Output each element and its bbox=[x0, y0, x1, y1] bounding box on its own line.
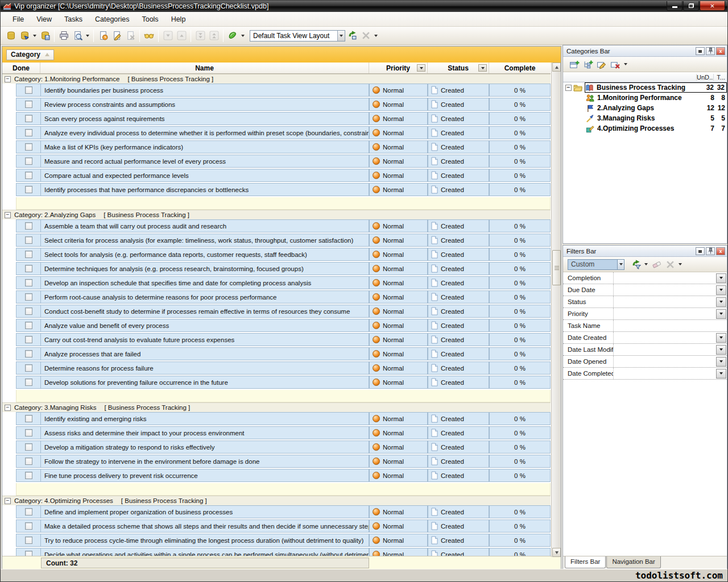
collapse-icon[interactable]: − bbox=[5, 76, 11, 82]
category-group-header[interactable]: − Category: 1.Monitoring Performance [ B… bbox=[2, 74, 551, 84]
tree-item[interactable]: 4.Optimizing Processes 7 7 bbox=[563, 123, 727, 134]
task-row[interactable]: Try to reduce process cycle-time through… bbox=[2, 534, 551, 547]
task-row[interactable]: Develop a mitigation strategy to respond… bbox=[2, 440, 551, 454]
filters-close-icon[interactable]: x bbox=[716, 247, 725, 255]
edit-task-icon[interactable] bbox=[110, 30, 123, 42]
done-checkbox[interactable] bbox=[25, 322, 32, 329]
done-checkbox[interactable] bbox=[25, 336, 32, 343]
apply-layout-icon[interactable] bbox=[346, 30, 358, 42]
done-checkbox[interactable] bbox=[25, 236, 32, 244]
tab-filters-bar[interactable]: Filters Bar bbox=[565, 556, 606, 568]
filter-value-field[interactable] bbox=[613, 272, 715, 284]
menu-help[interactable]: Help bbox=[165, 13, 192, 26]
collapse-icon[interactable]: − bbox=[5, 212, 11, 218]
filter-value-field[interactable] bbox=[613, 368, 715, 379]
task-row[interactable]: Perform root-cause analysis to determine… bbox=[2, 290, 551, 304]
done-checkbox[interactable] bbox=[25, 508, 32, 516]
column-header-complete[interactable]: Complete bbox=[489, 63, 551, 73]
category-group-header[interactable]: − Category: 3.Managing Risks [ Business … bbox=[2, 402, 551, 412]
close-button[interactable]: ✕ bbox=[700, 1, 725, 11]
view-tasks-icon[interactable] bbox=[143, 30, 155, 42]
print-preview-icon[interactable] bbox=[71, 30, 84, 42]
column-header-priority[interactable]: Priority bbox=[369, 63, 428, 73]
task-row[interactable]: Fine tune process delivery to prevent ri… bbox=[2, 469, 551, 482]
done-checkbox[interactable] bbox=[25, 364, 32, 372]
done-checkbox[interactable] bbox=[25, 429, 32, 436]
task-row[interactable]: Define and implement proper organization… bbox=[2, 505, 551, 518]
task-row[interactable]: Review process constraints and assumptio… bbox=[2, 98, 551, 111]
categories-close-icon[interactable]: x bbox=[716, 47, 725, 55]
filters-toolbar-overflow-icon[interactable] bbox=[679, 263, 682, 265]
scrollbar-thumb[interactable] bbox=[552, 250, 561, 285]
menu-tasks[interactable]: Tasks bbox=[58, 13, 89, 26]
done-checkbox[interactable] bbox=[25, 115, 32, 122]
task-row[interactable]: Make a detailed process scheme that show… bbox=[2, 519, 551, 533]
category-group-header[interactable]: − Category: 4.Optimizing Processes [ Bus… bbox=[2, 496, 551, 505]
edit-category-icon[interactable] bbox=[595, 58, 608, 70]
done-checkbox[interactable] bbox=[25, 522, 32, 530]
status-filter-button[interactable] bbox=[478, 64, 487, 72]
task-row[interactable]: Carry out cost-trend analysis to evaluat… bbox=[2, 333, 551, 346]
filter-value-field[interactable] bbox=[613, 356, 715, 367]
done-checkbox[interactable] bbox=[25, 307, 32, 315]
filter-dropdown-icon[interactable] bbox=[716, 285, 726, 295]
filters-pin-icon[interactable] bbox=[706, 247, 715, 255]
layout-combo[interactable]: Default Task View Layout bbox=[250, 30, 345, 41]
filter-value-field[interactable] bbox=[613, 344, 715, 355]
done-checkbox[interactable] bbox=[25, 186, 32, 193]
filter-dropdown-icon[interactable] bbox=[716, 297, 726, 307]
category-group-header[interactable]: − Category: 2.Analyzing Gaps [ Business … bbox=[2, 210, 551, 219]
tree-item[interactable]: − Business Process Tracking 32 32 bbox=[563, 82, 727, 93]
task-row[interactable]: Measure and record actual performance le… bbox=[2, 155, 551, 168]
group-by-category-button[interactable]: Category bbox=[6, 49, 54, 60]
apply-filter-icon[interactable] bbox=[630, 258, 642, 271]
priority-filter-button[interactable] bbox=[417, 64, 425, 72]
done-checkbox[interactable] bbox=[25, 350, 32, 357]
task-row[interactable]: Analyze every individual process to dete… bbox=[2, 126, 551, 139]
move-down-icon[interactable] bbox=[162, 30, 174, 42]
delete-filter-icon[interactable] bbox=[664, 258, 676, 271]
share-icon[interactable] bbox=[226, 30, 239, 42]
menu-file[interactable]: File bbox=[6, 13, 30, 26]
filter-value-field[interactable] bbox=[613, 284, 715, 296]
categories-toolbar-overflow-icon[interactable] bbox=[624, 63, 627, 65]
filter-preset-dropdown-icon[interactable] bbox=[617, 260, 624, 269]
task-row[interactable]: Make a list of KPIs (key performance ind… bbox=[2, 140, 551, 153]
new-database-icon[interactable] bbox=[5, 30, 17, 42]
print-icon[interactable] bbox=[57, 30, 70, 42]
done-checkbox[interactable] bbox=[25, 443, 32, 451]
restore-button[interactable] bbox=[683, 1, 699, 11]
tree-item[interactable]: 1.Monitoring Performance 8 8 bbox=[563, 93, 727, 103]
done-checkbox[interactable] bbox=[25, 265, 32, 272]
done-checkbox[interactable] bbox=[25, 458, 32, 465]
filter-dropdown-icon[interactable] bbox=[716, 273, 726, 283]
task-row[interactable]: Compare actual and expected performance … bbox=[2, 169, 551, 182]
done-checkbox[interactable] bbox=[25, 172, 32, 179]
open-database-icon[interactable] bbox=[18, 30, 31, 42]
new-task-icon[interactable] bbox=[97, 30, 109, 42]
tree-item[interactable]: 2.Analyzing Gaps 12 12 bbox=[563, 103, 727, 113]
task-row[interactable]: Select criteria for process analysis (fo… bbox=[2, 234, 551, 247]
categories-pin-icon[interactable] bbox=[706, 47, 715, 55]
minimize-button[interactable] bbox=[667, 1, 682, 11]
layout-combo-dropdown-icon[interactable] bbox=[337, 31, 345, 41]
categories-restore-icon[interactable] bbox=[696, 47, 705, 55]
done-checkbox[interactable] bbox=[25, 293, 32, 301]
menu-view[interactable]: View bbox=[30, 13, 58, 26]
done-checkbox[interactable] bbox=[25, 222, 32, 230]
filter-value-field[interactable] bbox=[613, 296, 715, 307]
done-checkbox[interactable] bbox=[25, 279, 32, 286]
filter-value-field[interactable] bbox=[613, 332, 715, 343]
filter-dropdown-icon[interactable] bbox=[716, 369, 726, 379]
done-checkbox[interactable] bbox=[25, 101, 32, 108]
filter-dropdown-icon[interactable] bbox=[716, 345, 726, 355]
done-checkbox[interactable] bbox=[25, 472, 32, 479]
move-up-icon[interactable] bbox=[175, 30, 188, 42]
task-row[interactable]: Identify existing and emerging risks Nor… bbox=[2, 412, 551, 425]
delete-category-icon[interactable] bbox=[609, 58, 622, 70]
done-checkbox[interactable] bbox=[25, 86, 32, 94]
filter-dropdown-icon[interactable] bbox=[716, 309, 726, 319]
column-header-name[interactable]: Name bbox=[40, 63, 369, 73]
filter-dropdown-icon[interactable] bbox=[716, 333, 726, 343]
task-row[interactable]: Develop solutions for preventing failure… bbox=[2, 376, 551, 389]
